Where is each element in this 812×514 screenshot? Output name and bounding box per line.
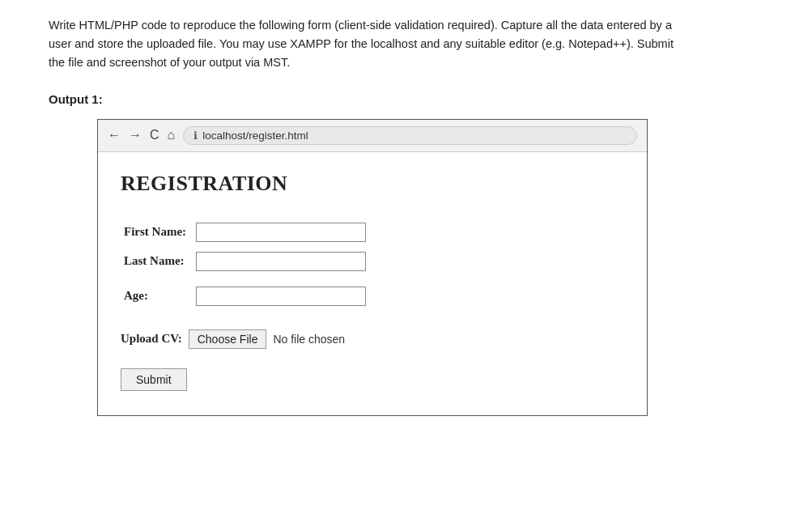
browser-content: REGISTRATION First Name: Last Name: Age:… — [98, 152, 647, 415]
age-label: Age: — [121, 278, 193, 308]
table-row: Last Name: — [121, 249, 369, 274]
address-bar[interactable]: ℹ localhost/register.html — [183, 126, 637, 145]
last-name-label: Last Name: — [121, 249, 193, 274]
form-fields-table: First Name: Last Name: Age: — [121, 215, 369, 313]
browser-window: ← → C ⌂ ℹ localhost/register.html REGIST… — [97, 119, 648, 416]
table-row: Age: — [121, 278, 369, 308]
submit-button[interactable]: Submit — [121, 368, 187, 391]
first-name-input[interactable] — [196, 223, 366, 242]
instruction-text: Write HTML/PHP code to reproduce the fol… — [49, 16, 680, 73]
output-label: Output 1: — [49, 92, 763, 106]
choose-file-button[interactable]: Choose File — [189, 329, 267, 349]
instruction-block: Write HTML/PHP code to reproduce the fol… — [49, 16, 763, 73]
no-file-text: No file chosen — [273, 333, 345, 346]
form-title: REGISTRATION — [121, 172, 624, 196]
first-name-label: First Name: — [121, 220, 193, 244]
home-btn[interactable]: ⌂ — [168, 128, 176, 142]
upload-cv-label: Upload CV: — [121, 332, 182, 346]
last-name-input[interactable] — [196, 252, 366, 271]
browser-toolbar: ← → C ⌂ ℹ localhost/register.html — [98, 120, 647, 152]
upload-row: Upload CV: Choose File No file chosen — [121, 329, 624, 349]
refresh-btn[interactable]: C — [150, 128, 159, 142]
table-row: First Name: — [121, 220, 369, 244]
forward-btn[interactable]: → — [129, 128, 142, 142]
info-icon: ℹ — [193, 130, 198, 142]
age-input[interactable] — [196, 287, 366, 306]
url-text: localhost/register.html — [202, 130, 308, 142]
back-btn[interactable]: ← — [108, 128, 121, 142]
